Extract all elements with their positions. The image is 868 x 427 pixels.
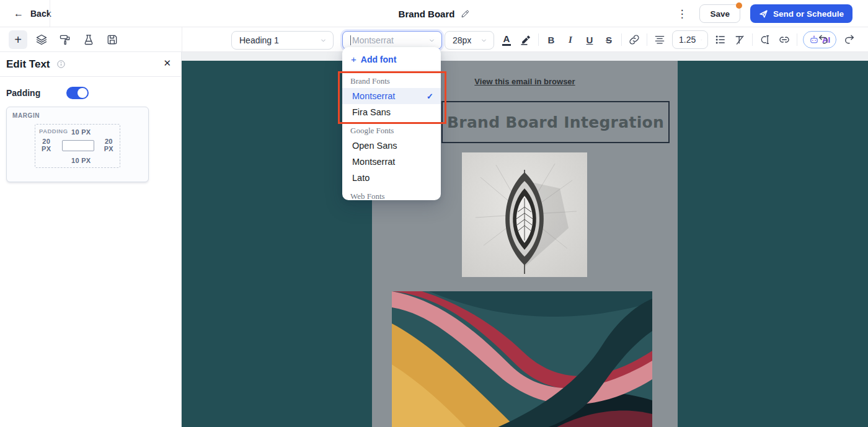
toolbar-divider: [182, 27, 182, 51]
flask-icon: [82, 33, 95, 46]
block-tools: +: [9, 30, 122, 49]
separator: [752, 33, 753, 46]
margin-padding-editor: MARGIN PADDING 10 PX 20PX 20PX 10 PX: [6, 107, 149, 182]
font-size-value: 28px: [453, 35, 476, 45]
chevron-down-icon: [701, 37, 702, 43]
document-title: Brand Board: [399, 9, 455, 19]
panel-header: Edit Text ✕: [0, 52, 181, 77]
italic-button[interactable]: I: [564, 32, 577, 48]
save-design-button[interactable]: [103, 30, 122, 49]
font-option-montserrat-google[interactable]: Montserrat: [342, 154, 441, 170]
info-icon[interactable]: [56, 59, 66, 69]
font-color-icon: A: [502, 34, 511, 46]
font-option-montserrat-brand[interactable]: Montserrat ✓: [342, 88, 441, 104]
font-option-label: Lato: [352, 173, 370, 183]
link-button[interactable]: [627, 32, 641, 48]
bullet-list-button[interactable]: [714, 32, 727, 48]
text-caret: [350, 35, 351, 45]
font-section-web: Web Fonts: [342, 186, 441, 200]
edit-title-pencil-icon[interactable]: [460, 9, 469, 19]
undo-icon[interactable]: [817, 33, 830, 45]
redo-icon[interactable]: [843, 33, 856, 45]
send-label: Send or Schedule: [773, 9, 844, 19]
merge-tag-button[interactable]: [758, 32, 772, 48]
padding-toggle[interactable]: [66, 87, 89, 99]
more-options-kebab-icon[interactable]: ⋮: [674, 9, 689, 19]
strikethrough-button[interactable]: S: [602, 32, 616, 48]
paint-roller-icon: [59, 33, 71, 46]
padding-toggle-row: Padding: [0, 77, 181, 109]
line-height-value: 1.25: [679, 35, 696, 45]
plus-icon: +: [14, 33, 22, 46]
inline-format-tools: A B I U S: [500, 30, 836, 49]
bold-button[interactable]: B: [544, 32, 558, 48]
alignment-button[interactable]: [653, 32, 666, 48]
chevron-down-icon: [320, 37, 327, 44]
separator: [797, 33, 797, 46]
link-icon: [628, 33, 640, 46]
layers-button[interactable]: [32, 30, 51, 49]
font-option-label: Fira Sans: [352, 107, 391, 117]
chain-horizontal-icon: [778, 33, 790, 46]
chevron-down-icon: [480, 37, 487, 44]
clear-formatting-button[interactable]: [733, 32, 746, 48]
padding-value-input[interactable]: [62, 140, 94, 151]
highlight-color-button[interactable]: [519, 32, 533, 48]
abstract-waves-image[interactable]: [392, 291, 652, 427]
send-icon: [759, 9, 768, 19]
unsaved-changes-dot: [736, 2, 742, 9]
add-font-label: Add font: [361, 55, 397, 64]
back-arrow-icon: ←: [14, 8, 24, 19]
email-canvas: View this email in browser Brand Board I…: [182, 52, 868, 427]
padding-bottom-value: 10 PX: [71, 157, 91, 164]
font-option-label: Montserrat: [352, 157, 395, 167]
font-option-label: Montserrat: [352, 91, 395, 101]
add-block-button[interactable]: +: [9, 30, 27, 49]
save-button[interactable]: Save: [699, 4, 740, 23]
email-heading: Brand Board Integration: [447, 113, 664, 131]
edit-text-panel: Edit Text ✕ Padding MARGIN PADDING 10 PX…: [0, 52, 182, 427]
align-center-icon: [653, 33, 666, 46]
special-link-button[interactable]: [777, 32, 791, 48]
padding-left-value: 20PX: [42, 138, 51, 152]
leaf-artwork-image[interactable]: [462, 152, 587, 277]
padding-label: Padding: [6, 88, 40, 98]
line-height-select[interactable]: 1.25: [672, 30, 708, 49]
font-option-lato[interactable]: Lato: [342, 170, 441, 186]
email-outer-background[interactable]: View this email in browser Brand Board I…: [182, 61, 868, 427]
floppy-disk-icon: [106, 33, 118, 46]
padding-right-value: 20PX: [104, 138, 113, 152]
separator: [647, 33, 647, 46]
merge-tag-icon: [759, 33, 771, 46]
save-label: Save: [710, 9, 730, 19]
topbar-divider: [50, 0, 50, 27]
font-option-open-sans[interactable]: Open Sans: [342, 138, 441, 154]
padding-region-label: PADDING: [39, 128, 68, 134]
padding-region: PADDING 10 PX 20PX 20PX 10 PX: [35, 124, 120, 168]
paragraph-style-select[interactable]: Heading 1: [231, 31, 334, 50]
paint-roller-button[interactable]: [56, 30, 74, 49]
selected-heading-block[interactable]: Brand Board Integration: [441, 101, 670, 143]
toggle-knob: [78, 88, 87, 98]
underline-button[interactable]: U: [583, 32, 596, 48]
font-option-fira-sans[interactable]: Fira Sans: [342, 104, 441, 120]
top-bar: ← Back Brand Board ⋮ Save Send or Schedu…: [0, 0, 868, 27]
check-icon: ✓: [427, 92, 433, 101]
paragraph-style-value: Heading 1: [239, 35, 315, 45]
back-label: Back: [30, 9, 51, 19]
padding-top-value: 10 PX: [71, 128, 91, 136]
separator: [621, 33, 622, 46]
margin-label: MARGIN: [12, 112, 40, 119]
back-button[interactable]: ← Back: [14, 0, 51, 27]
font-option-label: Open Sans: [352, 141, 397, 151]
font-color-button[interactable]: A: [500, 32, 513, 48]
topbar-actions: ⋮ Save Send or Schedule: [674, 0, 852, 27]
send-or-schedule-button[interactable]: Send or Schedule: [750, 4, 852, 23]
font-size-select[interactable]: 28px: [445, 31, 494, 50]
add-font-button[interactable]: + Add font: [342, 47, 441, 70]
close-panel-icon[interactable]: ✕: [163, 58, 171, 69]
font-section-google: Google Fonts: [342, 120, 441, 138]
flask-button[interactable]: [79, 30, 98, 49]
bullet-list-icon: [714, 33, 727, 46]
layers-icon: [35, 33, 48, 46]
